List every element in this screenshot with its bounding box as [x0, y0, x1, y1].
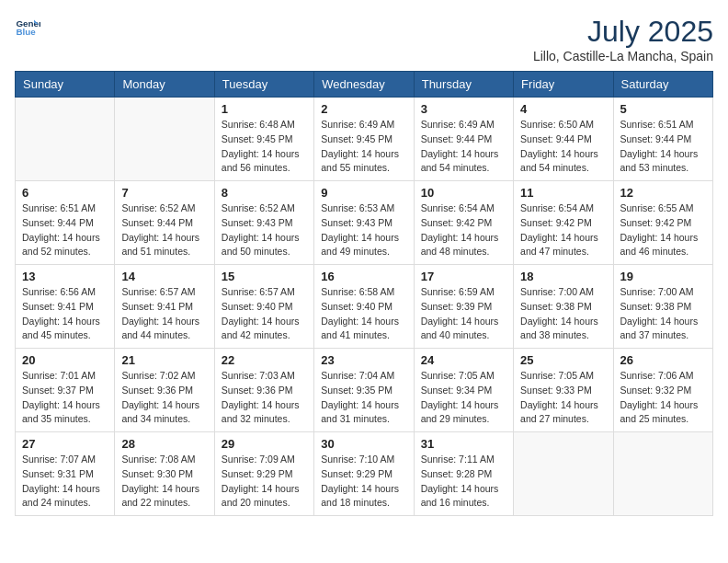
- day-info: Sunrise: 6:52 AMSunset: 9:44 PMDaylight:…: [121, 201, 207, 259]
- day-info: Sunrise: 7:03 AMSunset: 9:36 PMDaylight:…: [222, 369, 307, 427]
- day-info: Sunrise: 7:11 AMSunset: 9:28 PMDaylight:…: [421, 453, 506, 511]
- week-row-4: 20Sunrise: 7:01 AMSunset: 9:37 PMDayligh…: [16, 349, 713, 432]
- calendar-cell: 30Sunrise: 7:10 AMSunset: 9:29 PMDayligh…: [314, 432, 414, 516]
- weekday-header-sunday: Sunday: [16, 72, 115, 98]
- day-info: Sunrise: 7:01 AMSunset: 9:37 PMDaylight:…: [22, 369, 108, 427]
- calendar-cell: 16Sunrise: 6:58 AMSunset: 9:40 PMDayligh…: [314, 265, 414, 349]
- day-number: 27: [22, 437, 108, 451]
- day-number: 28: [121, 437, 207, 451]
- location-title: Lillo, Castille-La Mancha, Spain: [533, 49, 713, 63]
- day-info: Sunrise: 6:51 AMSunset: 9:44 PMDaylight:…: [22, 201, 108, 259]
- calendar-cell: 3Sunrise: 6:49 AMSunset: 9:44 PMDaylight…: [414, 98, 513, 181]
- logo-icon: General Blue: [15, 15, 40, 40]
- day-info: Sunrise: 6:53 AMSunset: 9:43 PMDaylight:…: [321, 201, 406, 259]
- day-number: 19: [620, 270, 706, 283]
- calendar-cell: 17Sunrise: 6:59 AMSunset: 9:39 PMDayligh…: [414, 265, 513, 349]
- day-number: 26: [620, 353, 706, 367]
- day-info: Sunrise: 6:54 AMSunset: 9:42 PMDaylight:…: [421, 201, 506, 259]
- weekday-header-tuesday: Tuesday: [214, 72, 313, 98]
- calendar-cell: 7Sunrise: 6:52 AMSunset: 9:44 PMDaylight…: [115, 181, 214, 265]
- day-number: 14: [121, 270, 207, 283]
- calendar-cell: 2Sunrise: 6:49 AMSunset: 9:45 PMDaylight…: [314, 98, 414, 181]
- calendar-cell: 14Sunrise: 6:57 AMSunset: 9:41 PMDayligh…: [115, 265, 214, 349]
- calendar-cell: 1Sunrise: 6:48 AMSunset: 9:45 PMDaylight…: [214, 98, 313, 181]
- calendar-cell: 21Sunrise: 7:02 AMSunset: 9:36 PMDayligh…: [115, 349, 214, 432]
- week-row-3: 13Sunrise: 6:56 AMSunset: 9:41 PMDayligh…: [16, 265, 713, 349]
- weekday-header-thursday: Thursday: [414, 72, 513, 98]
- svg-text:Blue: Blue: [16, 27, 36, 37]
- day-info: Sunrise: 6:52 AMSunset: 9:43 PMDaylight:…: [222, 201, 307, 259]
- calendar-cell: 18Sunrise: 7:00 AMSunset: 9:38 PMDayligh…: [514, 265, 613, 349]
- day-number: 9: [321, 186, 406, 200]
- day-info: Sunrise: 7:06 AMSunset: 9:32 PMDaylight:…: [620, 369, 706, 427]
- calendar-cell: 19Sunrise: 7:00 AMSunset: 9:38 PMDayligh…: [613, 265, 712, 349]
- weekday-header-saturday: Saturday: [613, 72, 712, 98]
- weekday-header-wednesday: Wednesday: [314, 72, 414, 98]
- day-info: Sunrise: 7:10 AMSunset: 9:29 PMDaylight:…: [321, 453, 406, 511]
- calendar-cell: [16, 98, 115, 181]
- day-number: 20: [22, 353, 108, 367]
- day-number: 25: [520, 353, 606, 367]
- day-info: Sunrise: 6:49 AMSunset: 9:44 PMDaylight:…: [421, 118, 506, 176]
- calendar-cell: 20Sunrise: 7:01 AMSunset: 9:37 PMDayligh…: [16, 349, 115, 432]
- day-info: Sunrise: 6:59 AMSunset: 9:39 PMDaylight:…: [421, 285, 506, 343]
- calendar-cell: 31Sunrise: 7:11 AMSunset: 9:28 PMDayligh…: [414, 432, 513, 516]
- calendar-cell: 29Sunrise: 7:09 AMSunset: 9:29 PMDayligh…: [214, 432, 313, 516]
- day-number: 18: [520, 270, 606, 283]
- logo: General Blue: [15, 15, 40, 40]
- calendar-body: 1Sunrise: 6:48 AMSunset: 9:45 PMDaylight…: [16, 98, 713, 516]
- day-number: 12: [620, 186, 706, 200]
- calendar-cell: 12Sunrise: 6:55 AMSunset: 9:42 PMDayligh…: [613, 181, 712, 265]
- day-info: Sunrise: 7:05 AMSunset: 9:34 PMDaylight:…: [421, 369, 506, 427]
- calendar-cell: 8Sunrise: 6:52 AMSunset: 9:43 PMDaylight…: [214, 181, 313, 265]
- calendar-cell: 5Sunrise: 6:51 AMSunset: 9:44 PMDaylight…: [613, 98, 712, 181]
- week-row-2: 6Sunrise: 6:51 AMSunset: 9:44 PMDaylight…: [16, 181, 713, 265]
- day-number: 10: [421, 186, 506, 200]
- day-number: 31: [421, 437, 506, 451]
- day-number: 16: [321, 270, 406, 283]
- calendar-table: SundayMondayTuesdayWednesdayThursdayFrid…: [15, 71, 713, 516]
- day-info: Sunrise: 7:00 AMSunset: 9:38 PMDaylight:…: [520, 285, 606, 343]
- day-number: 5: [620, 102, 706, 116]
- day-info: Sunrise: 7:09 AMSunset: 9:29 PMDaylight:…: [222, 453, 307, 511]
- day-number: 23: [321, 353, 406, 367]
- day-number: 2: [321, 102, 406, 116]
- calendar-cell: 9Sunrise: 6:53 AMSunset: 9:43 PMDaylight…: [314, 181, 414, 265]
- day-number: 3: [421, 102, 506, 116]
- calendar-cell: 15Sunrise: 6:57 AMSunset: 9:40 PMDayligh…: [214, 265, 313, 349]
- day-info: Sunrise: 6:49 AMSunset: 9:45 PMDaylight:…: [321, 118, 406, 176]
- week-row-5: 27Sunrise: 7:07 AMSunset: 9:31 PMDayligh…: [16, 432, 713, 516]
- calendar-cell: 10Sunrise: 6:54 AMSunset: 9:42 PMDayligh…: [414, 181, 513, 265]
- calendar-cell: [514, 432, 613, 516]
- page-header: General Blue July 2025 Lillo, Castille-L…: [15, 15, 713, 63]
- day-number: 15: [222, 270, 307, 283]
- calendar-cell: [613, 432, 712, 516]
- day-number: 24: [421, 353, 506, 367]
- day-number: 4: [520, 102, 606, 116]
- day-info: Sunrise: 7:08 AMSunset: 9:30 PMDaylight:…: [121, 453, 207, 511]
- day-number: 8: [222, 186, 307, 200]
- calendar-cell: 23Sunrise: 7:04 AMSunset: 9:35 PMDayligh…: [314, 349, 414, 432]
- calendar-header-row: SundayMondayTuesdayWednesdayThursdayFrid…: [16, 72, 713, 98]
- day-info: Sunrise: 7:04 AMSunset: 9:35 PMDaylight:…: [321, 369, 406, 427]
- calendar-cell: 13Sunrise: 6:56 AMSunset: 9:41 PMDayligh…: [16, 265, 115, 349]
- day-info: Sunrise: 6:48 AMSunset: 9:45 PMDaylight:…: [222, 118, 307, 176]
- day-number: 29: [222, 437, 307, 451]
- day-info: Sunrise: 6:54 AMSunset: 9:42 PMDaylight:…: [520, 201, 606, 259]
- calendar-cell: 6Sunrise: 6:51 AMSunset: 9:44 PMDaylight…: [16, 181, 115, 265]
- day-info: Sunrise: 7:05 AMSunset: 9:33 PMDaylight:…: [520, 369, 606, 427]
- calendar-cell: 11Sunrise: 6:54 AMSunset: 9:42 PMDayligh…: [514, 181, 613, 265]
- day-number: 22: [222, 353, 307, 367]
- weekday-header-friday: Friday: [514, 72, 613, 98]
- day-number: 17: [421, 270, 506, 283]
- calendar-cell: 26Sunrise: 7:06 AMSunset: 9:32 PMDayligh…: [613, 349, 712, 432]
- day-info: Sunrise: 7:07 AMSunset: 9:31 PMDaylight:…: [22, 453, 108, 511]
- day-info: Sunrise: 6:50 AMSunset: 9:44 PMDaylight:…: [520, 118, 606, 176]
- calendar-cell: [115, 98, 214, 181]
- title-section: July 2025 Lillo, Castille-La Mancha, Spa…: [533, 15, 713, 63]
- day-number: 6: [22, 186, 108, 200]
- day-info: Sunrise: 6:55 AMSunset: 9:42 PMDaylight:…: [620, 201, 706, 259]
- day-info: Sunrise: 6:57 AMSunset: 9:40 PMDaylight:…: [222, 285, 307, 343]
- calendar-cell: 25Sunrise: 7:05 AMSunset: 9:33 PMDayligh…: [514, 349, 613, 432]
- calendar-cell: 4Sunrise: 6:50 AMSunset: 9:44 PMDaylight…: [514, 98, 613, 181]
